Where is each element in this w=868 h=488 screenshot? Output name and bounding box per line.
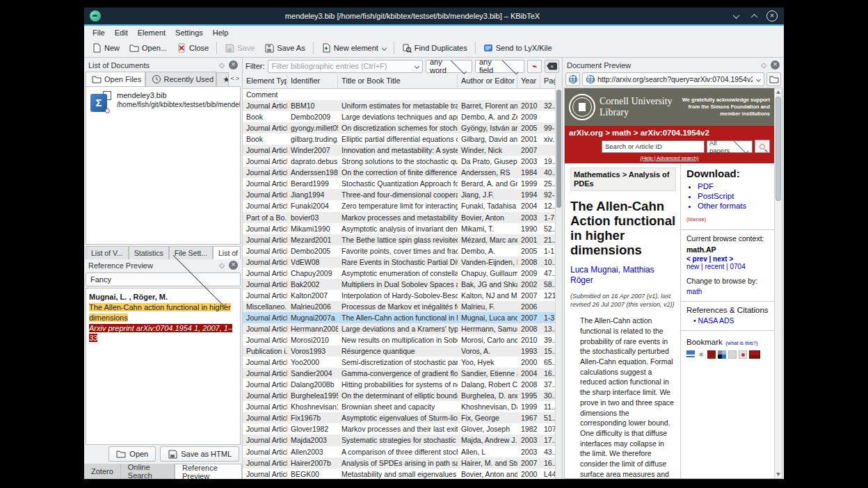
save-as-html-button[interactable]: Save as HTML (160, 446, 239, 462)
table-row[interactable]: Journal Article Sandier2004 Gamma-conver… (243, 368, 562, 379)
minimize-button[interactable] (730, 10, 742, 22)
open-local-file-button[interactable] (766, 72, 781, 86)
bookmark-reddit-icon[interactable] (739, 350, 747, 359)
open-button[interactable]: Open... (124, 41, 172, 55)
table-row[interactable]: Journal Article Yoo2000 Semi-discretizat… (243, 357, 562, 368)
table-row[interactable]: Publication i... Voros1993 Résurgence qu… (243, 345, 562, 357)
table-row[interactable]: Journal Article Anderssen1984 On the cor… (243, 167, 562, 178)
table-row[interactable]: Journal Article Funaki2004 Zero temperat… (243, 200, 562, 211)
table-row[interactable]: Book Dembo2009 Large deviations techniqu… (243, 111, 562, 122)
save-as-button[interactable]: Save As (259, 41, 310, 55)
menu-item[interactable]: Settings (171, 27, 207, 38)
new-element-button[interactable]: New element (316, 41, 391, 55)
new-button[interactable]: New (87, 41, 124, 55)
menu-item[interactable]: Edit (111, 27, 132, 38)
webview-scrollbar[interactable] (774, 88, 782, 478)
close-panel-icon[interactable]: × (229, 261, 238, 270)
table-scrollbar[interactable] (555, 74, 562, 479)
bookmark-delicious-icon[interactable] (718, 350, 726, 359)
search-pdf-toggle-button[interactable]: ⌁ (527, 60, 542, 73)
filter-field-mode-select[interactable]: any field (475, 60, 524, 73)
arxiv-breadcrumb[interactable]: arXiv.org > math > arXiv:0704.1954v2 (569, 129, 770, 137)
scrollbar-thumb[interactable] (556, 90, 561, 208)
menu-item[interactable]: File (88, 27, 109, 38)
filter-input[interactable]: Filter bibliographic entries (Ctrl+F) (268, 60, 424, 73)
nav-links[interactable]: new | recent | 0704 (686, 263, 770, 270)
table-row[interactable]: Journal Article Burghelea1995 On the det… (243, 390, 562, 401)
table-row[interactable]: Journal Article Morosi2010 New results o… (243, 334, 562, 345)
go-online-button[interactable] (565, 72, 580, 86)
table-row[interactable]: Journal Article Herrmann2008 Large devia… (243, 323, 562, 334)
table-row[interactable]: Book gilbarg.truding... Elliptic partial… (243, 133, 562, 145)
menu-item[interactable]: Element (134, 27, 170, 38)
download-link[interactable]: PostScript (698, 192, 770, 200)
column-header[interactable]: Title or Book Title (338, 74, 458, 88)
nasa-ads-link[interactable]: NASA ADS (693, 316, 770, 325)
bookmark-hint-link[interactable]: (what is this?) (725, 340, 757, 346)
table-row[interactable]: Journal Article Fix1967b Asymptotic eige… (243, 412, 562, 423)
table-row[interactable]: Journal Article Jiang1994 Three-and four… (243, 189, 562, 200)
table-row[interactable]: Journal Article Hairer2007b Analysis of … (243, 457, 562, 469)
scroll-down-arrow-icon[interactable] (776, 473, 780, 476)
column-header[interactable]: Year (517, 74, 540, 88)
tab-statistics[interactable]: Statistics (129, 246, 169, 259)
bookmark-bibsonomy-icon[interactable] (707, 350, 716, 359)
table-row[interactable]: Journal Article Mikami1990 Asymptotic an… (243, 223, 562, 234)
table-row[interactable]: Journal Article daprato.debus... Strong … (243, 156, 562, 167)
table-row[interactable]: Journal Article Winder2007 Innovation an… (243, 145, 562, 156)
table-row[interactable]: Comment (243, 89, 562, 100)
table-row[interactable]: Journal Article Kalton2007 Interpolation… (243, 290, 562, 301)
close-file-button[interactable]: Close (172, 41, 214, 55)
table-row[interactable]: Part of a Bo... bovier03 Markov processe… (243, 212, 562, 223)
arxiv-search-button[interactable] (755, 140, 770, 153)
tab-zotero[interactable]: Zotero (84, 464, 121, 479)
download-link[interactable]: Other formats (698, 202, 770, 210)
preview-style-select[interactable]: Fancy (86, 273, 241, 286)
bookmark-citeulike-icon[interactable] (686, 350, 695, 359)
paper-authors[interactable]: Luca Mugnai, Matthias Röger (570, 265, 676, 286)
table-row[interactable]: Journal Article BEGK00 Metastability and… (243, 469, 562, 479)
change-browse-link[interactable]: math (686, 288, 770, 295)
table-row[interactable]: Journal Article VdEW08 Rare Events in St… (243, 257, 562, 268)
tab-scroll-arrows[interactable]: <> (229, 71, 241, 86)
column-header[interactable]: Identifier (287, 74, 338, 88)
arxiv-search-input[interactable]: Search or Article ID (602, 140, 705, 153)
table-row[interactable]: Miscellaneo... Malrieu2006 Processus de … (243, 301, 562, 312)
download-link[interactable]: PDF (698, 182, 770, 190)
close-panel-icon[interactable]: × (229, 60, 238, 70)
table-row[interactable]: Journal Article Chapuy2009 Asymptotic en… (243, 268, 562, 279)
find-duplicates-button[interactable]: Find Duplicates (397, 41, 472, 55)
tab-open-files[interactable]: Open Files (86, 72, 145, 86)
prev-next-links[interactable]: < prev | next > (686, 255, 770, 263)
table-row[interactable]: Journal Article Dembo2005 Favorite point… (243, 245, 562, 257)
tab-list-of-values[interactable]: List of V... (86, 246, 129, 259)
float-panel-icon[interactable]: ◇ (219, 261, 225, 269)
save-button[interactable]: Save (220, 41, 259, 55)
table-row[interactable]: Journal Article Berard1999 Stochastic Qu… (243, 178, 562, 189)
arxiv-search-scope-select[interactable]: All papers (707, 140, 753, 153)
tab-reference-preview[interactable]: Reference Preview (175, 464, 242, 479)
table-row[interactable]: Journal Article Dalang2008b Hitting prob… (243, 379, 562, 390)
titlebar[interactable]: mendeley3.bib [/home/fish/git/kbibtex/te… (84, 8, 784, 26)
table-row[interactable]: Journal Article Bak2002 Multipliers in D… (243, 279, 562, 290)
arxiv-help-links[interactable]: (Help | Advanced search) (569, 155, 770, 161)
license-link[interactable]: (license) (686, 216, 706, 222)
maximize-button[interactable] (748, 10, 760, 22)
bookmark-sciencewise-icon[interactable] (749, 350, 760, 359)
scroll-up-arrow-icon[interactable] (776, 90, 780, 94)
bookmark-digg-icon[interactable] (728, 350, 737, 359)
column-header[interactable]: Author or Editor (458, 74, 517, 88)
float-panel-icon[interactable]: ◇ (219, 61, 225, 69)
close-button[interactable]: × (766, 10, 778, 22)
file-item-mendeley3[interactable]: Σ mendeley3.bib /home/fish/git/kbibtex/t… (90, 91, 236, 113)
filter-word-mode-select[interactable]: any word (426, 60, 472, 73)
column-header[interactable]: Element Type (243, 74, 287, 88)
float-panel-icon[interactable]: ◇ (761, 61, 766, 69)
table-row[interactable]: Journal Article Majda2003 Systematic str… (243, 434, 562, 446)
table-row[interactable]: Journal Article Mezard2001 The Bethe lat… (243, 234, 562, 245)
menu-item[interactable]: Help (209, 27, 233, 38)
table-row[interactable]: Journal Article Allen2003 A comparison o… (243, 446, 562, 457)
tab-list-of-documents[interactable]: List of Docu... (213, 246, 241, 259)
send-to-lyx-button[interactable]: Send to LyX/Kile (479, 41, 557, 55)
url-combobox[interactable]: http://arxiv.org/search?query=arXiv:0704… (582, 72, 764, 86)
